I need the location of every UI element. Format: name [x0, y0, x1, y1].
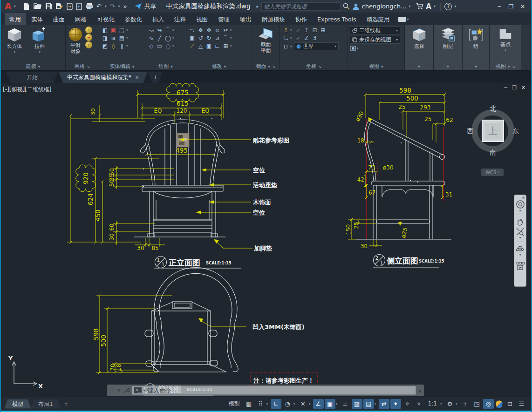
scale-caret-icon[interactable]: ▾	[440, 402, 444, 406]
panel-label-view-2[interactable]: 视图▾↘	[491, 62, 519, 70]
ucs-zaxis-icon[interactable]: Z	[302, 34, 310, 42]
open-from-mobile-icon[interactable]	[67, 3, 73, 10]
layout-tab-layout1[interactable]: 布局1	[31, 399, 61, 409]
undo-icon[interactable]: ↶	[96, 3, 102, 10]
new-layout-button[interactable]: +	[61, 400, 72, 407]
tab-insert[interactable]: 插入	[148, 13, 169, 25]
command-drag-handle[interactable]	[109, 387, 114, 394]
ucs-icon[interactable]: ↥	[282, 27, 290, 34]
navigation-bar[interactable]: ⊗ ▾ ▾ ▾	[514, 195, 526, 287]
save-to-mobile-icon[interactable]	[76, 3, 82, 10]
panel-label-solid-editing[interactable]: 实体编辑▾	[101, 62, 143, 70]
visual-style-combo[interactable]: 二维线框▾	[350, 27, 400, 34]
title-expand-icon[interactable]: ▸	[257, 4, 259, 9]
layers-panel-caret-icon[interactable]: ▾	[447, 64, 449, 69]
mesh-refine-icon[interactable]: +	[85, 27, 92, 34]
drawing-canvas[interactable]: 675 615 EQ 120 EQ 30 920 624 450 50 35 5…	[1, 83, 531, 397]
command-customize-wrench-icon[interactable]	[123, 387, 130, 394]
arc-icon[interactable]: ⌒	[164, 27, 172, 34]
ucs-previous-icon[interactable]: ⤶	[294, 27, 302, 34]
help-icon[interactable]: ?	[444, 3, 452, 10]
recent-commands-icon[interactable]: >_	[134, 387, 142, 393]
viewcube-east[interactable]: 东	[512, 127, 519, 135]
autocad-logo-icon[interactable]: A	[5, 2, 12, 11]
tab-solid[interactable]: 实体	[27, 13, 48, 25]
command-input[interactable]: >_ ▾ 键入命令	[132, 386, 416, 395]
osnap-caret-icon[interactable]: ▾	[336, 402, 340, 406]
dynamic-ucs-icon[interactable]: ⇄	[379, 399, 389, 409]
viewport-restore-icon[interactable]: ❐	[512, 85, 517, 91]
more-commands-icon[interactable]: »	[123, 3, 127, 10]
app-menu-caret-icon[interactable]: ▾	[14, 4, 16, 8]
fullscreen-icon[interactable]: ⊡	[505, 399, 515, 409]
ucs-combo[interactable]: 世界▾	[294, 42, 339, 50]
tab-annotate[interactable]: 注释	[170, 13, 191, 25]
mesh-unrefine-icon[interactable]: −	[85, 34, 92, 41]
orbit-caret-icon[interactable]: ▾	[519, 254, 521, 257]
extract-edges-icon[interactable]: ⬚	[118, 27, 126, 34]
tab-visualize[interactable]: 可视化	[92, 13, 119, 25]
box-button[interactable]: 长方体▾	[3, 27, 26, 55]
lineweight-icon[interactable]: ≡	[340, 399, 351, 409]
navbar-close-icon[interactable]: ⊗	[522, 196, 525, 200]
workspace-caret-icon[interactable]: ▾	[456, 402, 459, 406]
panel-label-draw[interactable]: 绘图▾	[147, 62, 184, 70]
save-icon[interactable]	[45, 3, 52, 10]
base-point-button[interactable]: 基点▾	[494, 27, 517, 54]
window-minimize-icon[interactable]: ─	[495, 3, 504, 10]
polysolid-icon[interactable]	[53, 27, 61, 34]
panel-label-modify[interactable]: 修改▾	[188, 62, 250, 70]
tab-featured-apps[interactable]: 精选应用	[362, 13, 395, 25]
wheel-caret-icon[interactable]: ▾	[519, 210, 521, 212]
offset-icon[interactable]: ▣	[205, 42, 213, 50]
tab-manage[interactable]: 管理	[213, 13, 234, 25]
save-as-icon[interactable]	[55, 3, 63, 10]
grid-display-icon[interactable]: ▦	[244, 399, 254, 409]
command-line-bar[interactable]: ✕ >_ ▾ 键入命令 ▲	[107, 385, 424, 396]
ortho-mode-icon[interactable]: ∠	[313, 399, 324, 409]
annotation-scale-value[interactable]: 1:1	[425, 399, 440, 409]
imprint-icon[interactable]: ◊	[109, 42, 117, 50]
workspace-gear-icon[interactable]: ⚙	[444, 399, 455, 409]
stretch-icon[interactable]: ⊏	[213, 42, 221, 50]
group-button[interactable]: 组	[464, 27, 487, 49]
tab-home[interactable]: 常用	[5, 13, 26, 25]
snap-caret-icon[interactable]: ▾	[266, 402, 270, 406]
subtract-icon[interactable]: ◨	[101, 34, 109, 42]
user-avatar-icon[interactable]	[352, 3, 360, 10]
command-close-icon[interactable]: ✕	[116, 387, 121, 393]
polar-tracking-icon[interactable]: ◔	[282, 399, 293, 409]
window-maximize-icon[interactable]: ❐	[506, 3, 516, 10]
polyline-edit-icon[interactable]: ↬	[156, 27, 164, 34]
circle-icon[interactable]: ◯	[164, 34, 172, 42]
ribbon-display-toggle[interactable]: ▾	[398, 13, 409, 25]
share-icon[interactable]	[134, 3, 142, 10]
pan-hand-icon[interactable]	[516, 217, 525, 226]
search-icon[interactable]	[343, 3, 350, 10]
extrude-button[interactable]: 拉伸▾	[28, 27, 51, 55]
3d-scale-icon[interactable]: △	[197, 42, 205, 50]
search-input[interactable]: 键入关键字或短语	[261, 2, 341, 11]
object-snap-tracking-icon[interactable]: ✕	[298, 399, 308, 409]
clean-screen-icon[interactable]: ◎	[483, 399, 494, 409]
viewcube-display-icon[interactable]	[350, 45, 356, 52]
undo-caret-icon[interactable]: ▾	[105, 4, 107, 8]
3d-move-icon[interactable]: ✥	[197, 27, 205, 34]
viewcube-top-face[interactable]: 上	[482, 120, 504, 142]
panel-label-coordinates[interactable]: 坐标↘	[282, 62, 346, 70]
ucs-face-icon[interactable]: ⊡	[311, 27, 319, 34]
line-icon[interactable]: ╱	[156, 34, 164, 42]
username-label[interactable]: chenglongch...	[362, 3, 407, 10]
viewcube-north[interactable]: 北	[490, 105, 496, 113]
redo-caret-icon[interactable]: ▾	[118, 4, 120, 8]
copy-icon[interactable]: ∞	[213, 27, 221, 34]
smooth-object-button[interactable]: 平滑对象	[68, 27, 83, 54]
annotation-scale-sync-icon[interactable]: ✧	[414, 399, 424, 409]
object-snap-icon[interactable]: ▣	[325, 399, 335, 409]
ellipse-icon[interactable]: ◌	[164, 42, 172, 50]
transparency-icon[interactable]: ▨	[352, 399, 362, 409]
tab-output[interactable]: 输出	[235, 13, 256, 25]
explode-icon[interactable]: ▣	[188, 34, 196, 42]
layout-tab-model[interactable]: 模型	[5, 399, 31, 409]
viewport-close-icon[interactable]: ✕	[521, 85, 525, 91]
